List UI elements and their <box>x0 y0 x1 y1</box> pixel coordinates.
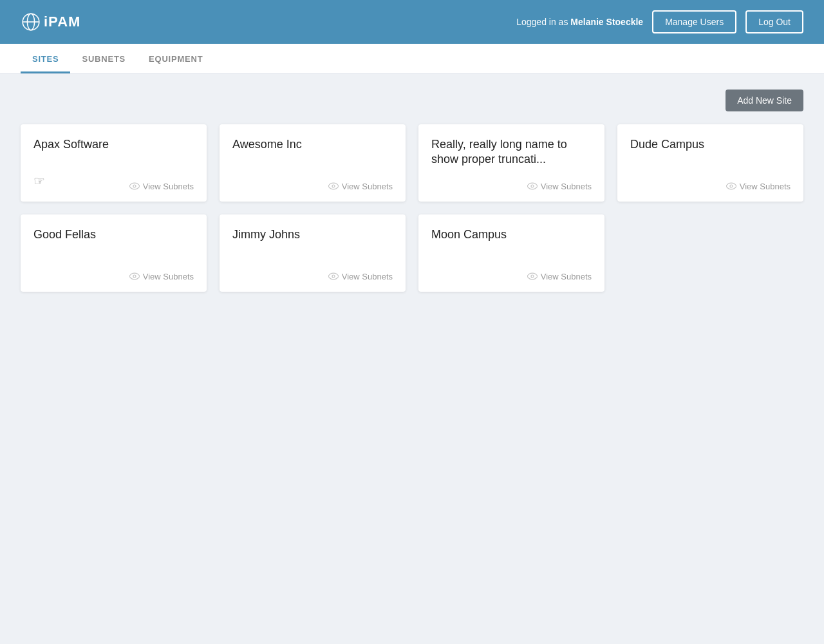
eye-icon <box>328 181 339 191</box>
view-subnets-link[interactable]: View Subnets <box>129 271 194 281</box>
site-card-footer: View Subnets <box>33 271 194 281</box>
svg-point-7 <box>133 275 136 278</box>
svg-point-3 <box>133 185 136 187</box>
app-logo: iPAM <box>21 12 80 32</box>
site-card-footer: View Subnets <box>33 181 194 191</box>
tab-subnets[interactable]: SUBNETS <box>70 44 137 73</box>
nav-tabs: SITES SUBNETS EQUIPMENT <box>0 44 824 74</box>
manage-users-button[interactable]: Manage Users <box>652 10 736 33</box>
eye-icon <box>726 181 736 191</box>
site-card-footer: View Subnets <box>630 181 791 191</box>
site-card[interactable]: Apax Software☞ View Subnets <box>21 124 207 202</box>
eye-icon <box>527 271 538 281</box>
site-card-footer: View Subnets <box>431 271 592 281</box>
toolbar: Add New Site <box>21 90 803 111</box>
site-card[interactable]: Awesome Inc View Subnets <box>220 124 406 202</box>
view-subnets-link[interactable]: View Subnets <box>527 271 592 281</box>
view-subnets-link[interactable]: View Subnets <box>328 271 393 281</box>
logged-in-label: Logged in as Melanie Stoeckle <box>516 17 643 27</box>
svg-point-8 <box>332 275 335 278</box>
view-subnets-link[interactable]: View Subnets <box>129 181 194 191</box>
eye-icon <box>527 181 538 191</box>
view-subnets-link[interactable]: View Subnets <box>328 181 393 191</box>
logo-text: iPAM <box>44 14 80 30</box>
view-subnets-link[interactable]: View Subnets <box>726 181 791 191</box>
view-subnets-label: View Subnets <box>143 272 194 281</box>
tab-equipment[interactable]: EQUIPMENT <box>137 44 214 73</box>
eye-icon <box>129 181 140 191</box>
eye-icon <box>129 271 140 281</box>
eye-icon <box>328 271 339 281</box>
logo-icon <box>21 12 41 32</box>
view-subnets-label: View Subnets <box>541 182 592 191</box>
main-content: Add New Site Apax Software☞ View Subnets… <box>0 74 824 307</box>
site-card-title: Dude Campus <box>630 137 791 152</box>
username-label: Melanie Stoeckle <box>570 17 643 27</box>
site-card-footer: View Subnets <box>232 271 393 281</box>
site-card[interactable]: Good Fellas View Subnets <box>21 214 207 292</box>
view-subnets-label: View Subnets <box>541 272 592 281</box>
add-new-site-button[interactable]: Add New Site <box>726 90 803 111</box>
app-header: iPAM Logged in as Melanie Stoeckle Manag… <box>0 0 824 44</box>
header-right: Logged in as Melanie Stoeckle Manage Use… <box>516 10 803 33</box>
site-card-footer: View Subnets <box>232 181 393 191</box>
site-card[interactable]: Moon Campus View Subnets <box>418 214 604 292</box>
site-card[interactable]: Jimmy Johns View Subnets <box>220 214 406 292</box>
hand-cursor-icon: ☞ <box>33 173 45 189</box>
site-card-title: Good Fellas <box>33 227 194 242</box>
svg-point-6 <box>730 185 733 187</box>
tab-sites[interactable]: SITES <box>21 44 70 73</box>
site-card-title: Awesome Inc <box>232 137 393 152</box>
site-card[interactable]: Dude Campus View Subnets <box>617 124 803 202</box>
view-subnets-label: View Subnets <box>342 182 393 191</box>
view-subnets-label: View Subnets <box>342 272 393 281</box>
view-subnets-link[interactable]: View Subnets <box>527 181 592 191</box>
svg-point-9 <box>531 275 534 278</box>
view-subnets-label: View Subnets <box>143 182 194 191</box>
log-out-button[interactable]: Log Out <box>745 10 803 33</box>
site-card-title: Jimmy Johns <box>232 227 393 242</box>
site-card-title: Moon Campus <box>431 227 592 242</box>
view-subnets-label: View Subnets <box>740 182 791 191</box>
sites-grid: Apax Software☞ View SubnetsAwesome Inc V… <box>21 124 803 292</box>
site-card-title: Really, really long name to show proper … <box>431 137 592 167</box>
site-card[interactable]: Really, really long name to show proper … <box>418 124 604 202</box>
svg-point-5 <box>531 185 534 187</box>
site-card-footer: View Subnets <box>431 181 592 191</box>
site-card-title: Apax Software <box>33 137 194 152</box>
svg-point-4 <box>332 185 335 187</box>
